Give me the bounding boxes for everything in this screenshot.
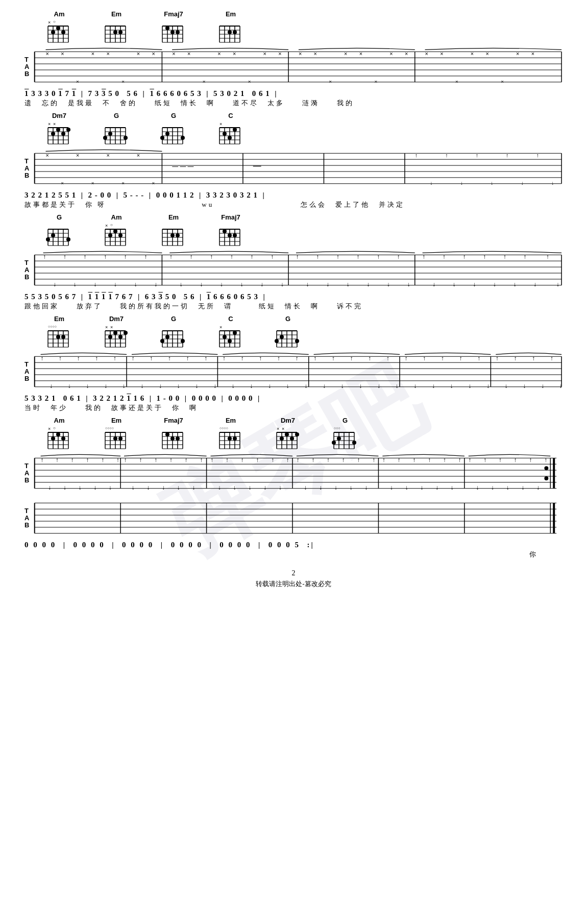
svg-text:×: × [314,51,317,57]
svg-point-463 [61,436,65,441]
svg-text:↓: ↓ [249,484,252,491]
svg-text:↓: ↓ [387,281,390,288]
chord-g-6: G ○○○ [332,417,358,452]
section-4: Em ○○○○ [20,315,567,412]
music-block-4: 5 3 3 2 1 0 6 1 | 3 2 2 1 2 1 1 6 | 1 - … [20,394,567,412]
music-block-3: 5 5 3 5 0 5 6 7 | 1 1 1 1 7 6 7 | 6 3 3 … [20,293,567,311]
svg-text:×: × [91,180,94,186]
chord-diagram-g-3 [46,222,72,249]
svg-text:↑: ↑ [458,456,461,464]
tab-staff-2: T A B × × [20,149,567,190]
svg-text:↑: ↑ [132,355,135,362]
svg-text:↑: ↑ [463,253,466,260]
chord-name: Em [226,10,236,18]
svg-text:↓: ↓ [279,484,282,491]
chord-dm7: Dm7 × × [46,112,72,147]
svg-text:×: × [531,51,534,57]
svg-point-111 [51,132,55,136]
svg-text:↓: ↓ [491,180,493,186]
svg-text:↓: ↓ [435,484,438,491]
svg-text:↑: ↑ [499,456,502,464]
svg-text:↓: ↓ [261,281,264,288]
svg-text:B: B [25,273,29,281]
svg-point-214 [113,229,117,233]
svg-text:×: × [516,51,519,57]
svg-text:○: ○ [110,223,113,227]
svg-text:B: B [25,375,29,382]
svg-text:↓: ↓ [559,382,562,390]
svg-text:↑: ↑ [532,355,535,362]
svg-text:×: × [455,79,458,84]
chord-name: G [343,417,348,424]
chord-diagram-fmaj7-2 [217,222,244,249]
svg-text:×: × [106,51,109,57]
svg-text:×: × [48,20,51,25]
chord-name: G [114,112,119,119]
svg-point-332 [108,335,112,339]
svg-text:×: × [359,51,362,57]
svg-point-476 [118,436,123,441]
svg-point-113 [66,128,70,132]
svg-text:↑: ↑ [524,253,527,260]
chord-diagram-em-4: ○○○○ [46,324,72,350]
svg-text:○: ○ [53,19,56,24]
svg-point-200 [51,233,55,237]
music-block-1: 1 3 3 3 0 1 7 1 | 7 3 3 5 0 5 6 | 1 6 6 … [20,89,567,108]
svg-point-501 [228,436,232,441]
svg-text:↑: ↑ [529,456,532,464]
svg-point-334 [124,331,128,335]
svg-text:↑: ↑ [296,355,299,362]
chord-g-5: G [275,315,301,350]
section-1: Am × ○ [20,10,567,108]
svg-text:↑: ↑ [169,456,173,464]
staff-svg-1: T A B [20,47,567,88]
svg-text:×: × [329,79,332,84]
svg-point-518 [295,432,299,436]
staff-svg-4: T A B ↑↓ [20,352,567,393]
svg-point-373 [280,335,284,339]
svg-text:×: × [405,51,408,57]
svg-point-14 [61,30,65,34]
chord-diagram-dm7-2: × × [103,324,130,350]
svg-text:×: × [110,325,113,330]
svg-text:×: × [105,325,108,330]
svg-point-488 [170,436,175,441]
svg-text:↑: ↑ [445,152,448,158]
page-number: 2 [20,569,567,577]
svg-point-532 [352,441,356,445]
chord-name: Em [54,315,64,323]
svg-text:○○○○: ○○○○ [48,325,57,328]
svg-text:↑: ↑ [478,355,481,362]
svg-point-26 [118,30,123,34]
staff-svg-3: T A B ↑↓ ↑↓ ↑↓ [20,251,567,291]
chord-name: G [285,315,290,323]
svg-text:×: × [121,180,125,186]
chord-dm7-2: Dm7 × × [103,315,130,350]
svg-text:↑: ↑ [71,456,74,464]
svg-text:↑: ↑ [144,253,148,260]
svg-text:↑: ↑ [357,253,360,260]
svg-text:↑: ↑ [469,456,472,464]
svg-point-25 [113,30,117,34]
chord-name: Dm7 [52,112,66,119]
svg-text:↓: ↓ [523,382,526,390]
chord-diagram-em-1 [103,19,130,45]
chord-g-4: G [160,315,187,350]
svg-text:×: × [277,426,279,431]
svg-point-124 [103,136,107,140]
chord-name: C [228,315,233,323]
chord-am-2: Am × ○ [103,213,130,249]
svg-point-374 [295,339,299,343]
svg-point-530 [332,441,336,445]
svg-point-151 [233,128,237,132]
chord-diagram-g-4 [160,324,187,350]
svg-text:×: × [61,180,64,186]
svg-text:↓: ↓ [396,382,399,390]
svg-text:↑: ↑ [271,456,274,464]
svg-text:↑: ↑ [113,355,116,362]
svg-text:×: × [76,152,79,158]
svg-text:×: × [344,51,347,57]
svg-text:↓: ↓ [451,484,454,491]
svg-point-126 [124,136,128,140]
svg-text:↑: ↑ [506,152,508,158]
